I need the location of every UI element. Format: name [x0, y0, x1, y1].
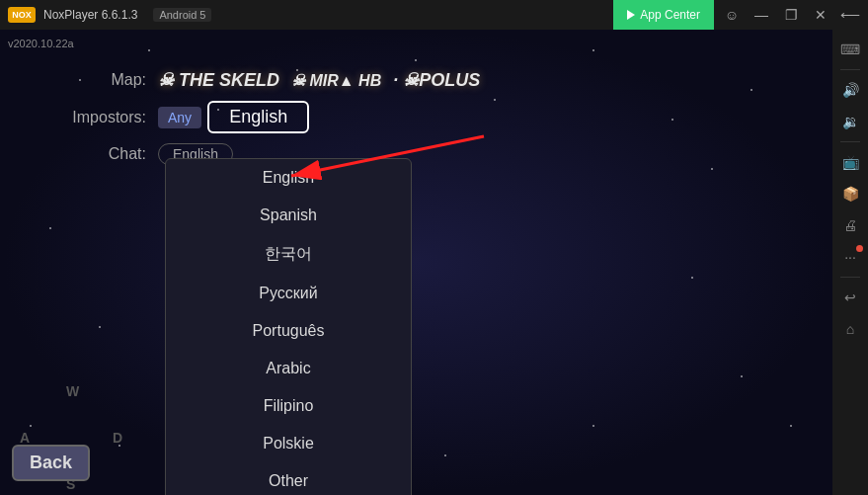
chat-label: Chat: — [49, 145, 158, 163]
dropdown-item-portuguese[interactable]: Português — [166, 312, 411, 350]
sidebar-icon-home[interactable]: ⌂ — [835, 315, 865, 343]
dropdown-item-arabic[interactable]: Arabic — [166, 350, 411, 387]
back-nav-button[interactable]: ⟵ — [836, 5, 864, 25]
english-selected-box[interactable]: English — [207, 101, 309, 133]
key-d: D — [113, 430, 122, 446]
appcenter-button[interactable]: App Center — [613, 0, 714, 30]
dropdown-item-english[interactable]: English — [166, 159, 411, 197]
map-label: Map: — [49, 71, 158, 89]
maximize-button[interactable]: ❐ — [777, 5, 805, 25]
sidebar-icon-volume-down[interactable]: 🔉 — [835, 108, 865, 135]
close-button[interactable]: ✕ — [807, 5, 834, 25]
key-w: W — [66, 383, 79, 399]
map-options: ☠ THE SKELD ☠ MIR▲ HB · ☠POLUS — [158, 69, 480, 91]
dropdown-item-spanish[interactable]: Spanish — [166, 197, 411, 234]
appcenter-label: App Center — [640, 8, 700, 22]
any-badge[interactable]: Any — [158, 107, 201, 128]
sidebar-divider-3 — [840, 277, 860, 278]
map-the-skeld[interactable]: ☠ THE SKELD — [158, 69, 279, 91]
android-badge: Android 5 — [153, 8, 211, 22]
key-a: A — [20, 430, 30, 446]
map-mira-hb[interactable]: ☠ MIR▲ HB — [291, 71, 381, 90]
sidebar-icon-back[interactable]: ↩ — [835, 284, 865, 311]
sidebar-icon-keyboard[interactable]: ⌨ — [835, 36, 865, 63]
sidebar-divider-1 — [840, 69, 860, 70]
nox-logo-icon: NOX — [8, 7, 36, 23]
sidebar-divider-2 — [840, 141, 860, 142]
play-icon — [627, 10, 635, 20]
back-button[interactable]: Back — [12, 445, 90, 481]
sidebar-icon-display[interactable]: 📺 — [835, 148, 865, 176]
sidebar-icon-apk[interactable]: 📦 — [835, 180, 865, 207]
app-logo: NOX NoxPlayer 6.6.1.3 — [0, 7, 149, 23]
dropdown-item-polskie[interactable]: Polskie — [166, 425, 411, 462]
sidebar-icon-print[interactable]: 🖨 — [835, 211, 865, 239]
sidebar-icon-volume-up[interactable]: 🔊 — [835, 76, 865, 104]
map-polus[interactable]: · ☠POLUS — [393, 69, 480, 91]
notification-badge — [856, 245, 863, 252]
dropdown-item-filipino[interactable]: Filipino — [166, 387, 411, 425]
sidebar-icon-more[interactable]: ··· — [835, 243, 865, 271]
titlebar: NOX NoxPlayer 6.6.1.3 Android 5 App Cent… — [0, 0, 868, 30]
game-area: v2020.10.22a Map: ☠ THE SKELD ☠ MIR▲ HB … — [0, 30, 832, 495]
language-dropdown: English Spanish 한국어 Русский Português Ar… — [165, 158, 412, 495]
minimize-button[interactable]: — — [748, 5, 775, 25]
right-sidebar: ⌨ 🔊 🔉 📺 📦 🖨 ··· ↩ ⌂ — [832, 30, 868, 495]
impostors-label: Impostors: — [49, 109, 158, 126]
version-text: v2020.10.22a — [8, 38, 74, 49]
window-controls: ☺ — ❐ ✕ ⟵ — [714, 5, 868, 25]
titlebar-icon1[interactable]: ☺ — [718, 5, 746, 25]
map-row: Map: ☠ THE SKELD ☠ MIR▲ HB · ☠POLUS — [49, 69, 721, 91]
dropdown-item-other[interactable]: Other — [166, 462, 411, 495]
impostors-row: Impostors: Any English — [49, 101, 721, 133]
dropdown-item-korean[interactable]: 한국어 — [166, 234, 411, 275]
app-version: NoxPlayer 6.6.1.3 — [39, 8, 141, 22]
dropdown-item-russian[interactable]: Русский — [166, 275, 411, 312]
